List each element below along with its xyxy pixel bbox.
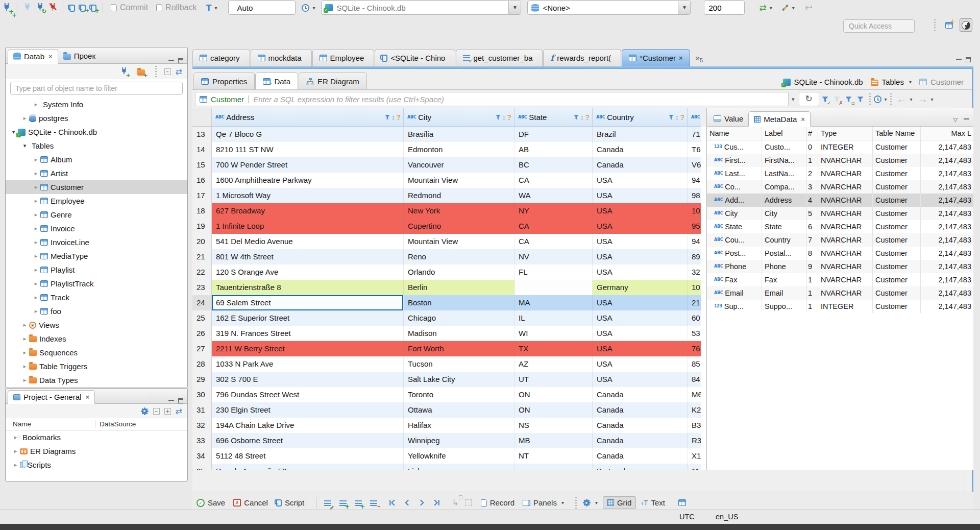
tree-item[interactable]: Album [6, 153, 187, 166]
cell-address[interactable]: 700 W Pender Street [212, 157, 404, 173]
auto-refresh-button[interactable]: ▾ [874, 95, 887, 103]
cell-city[interactable]: Mountain View [404, 173, 514, 188]
metadata-type[interactable]: NVARCHAR [818, 180, 873, 194]
cell-postalcode-clipped[interactable]: 95 [688, 219, 701, 234]
last-row-icon[interactable] [433, 499, 440, 507]
cell-postalcode-clipped[interactable]: 94 [688, 173, 701, 188]
filter-icon[interactable] [385, 115, 390, 120]
close-icon[interactable]: × [48, 53, 53, 60]
nav-forward-button[interactable]: →▾ [918, 93, 934, 105]
tab-project-general[interactable]: Project - General × [8, 390, 95, 404]
text-mode-button[interactable]: ‹TText [641, 498, 665, 507]
metadata-row[interactable]: 123Sup... Suppo... 1 INTEGER Customer 2,… [707, 300, 973, 313]
cell-city[interactable]: Winnipeg [404, 433, 514, 448]
tree-item[interactable]: foo [6, 304, 187, 318]
tree-item[interactable]: Genre [6, 208, 187, 222]
add-row-button[interactable] [339, 498, 347, 507]
transaction-log-button[interactable]: T▾ [206, 3, 217, 13]
metadata-label[interactable]: City [762, 207, 807, 220]
metadata-ordinal[interactable]: 0 [807, 140, 818, 154]
table-view-icon[interactable] [678, 499, 686, 506]
metadata-name[interactable]: ABCCou... [707, 233, 762, 247]
minimize-icon[interactable] [168, 59, 174, 61]
metadata-ordinal[interactable]: 8 [807, 247, 818, 260]
cell-city[interactable]: Boston [404, 295, 514, 310]
connection-selector-combo[interactable]: SQLite - Chinook.db ▼ [321, 1, 521, 15]
column-header-name[interactable]: Name [6, 420, 95, 428]
navigator-filter-input[interactable] [10, 82, 183, 95]
metadata-label[interactable]: Compa... [762, 180, 807, 194]
duplicate-row-button[interactable] [355, 498, 362, 507]
cell-address[interactable]: 5112 48 Street [212, 448, 404, 464]
tree-item[interactable]: Table Triggers [6, 359, 187, 373]
editor-tab[interactable]: *Customer × [622, 49, 690, 66]
column-header-table-name[interactable]: Table Name [873, 127, 921, 140]
cell-state[interactable]: IL [514, 310, 593, 326]
cell-city[interactable]: Reno [404, 249, 514, 264]
minimize-icon[interactable] [168, 399, 174, 401]
row-number[interactable]: 19 [192, 219, 212, 234]
tree-item[interactable]: postgres [6, 111, 187, 125]
metadata-row[interactable]: ABCCity City 5 NVARCHAR Customer 2,147,4… [707, 207, 973, 220]
cell-postalcode-clipped[interactable]: T6 [688, 142, 701, 157]
metadata-ordinal[interactable]: 9 [807, 260, 818, 273]
close-icon[interactable]: × [85, 393, 89, 401]
resource-perspective-button[interactable]: + [945, 20, 953, 30]
previous-row-icon[interactable] [403, 499, 411, 507]
filter-history-dropdown[interactable]: ▾ [792, 96, 795, 103]
cell-postalcode-clipped[interactable]: 71 [688, 127, 701, 142]
cell-state[interactable]: NT [514, 448, 593, 464]
new-connection-button[interactable]: + [120, 67, 128, 77]
cell-city[interactable]: New York [404, 203, 514, 219]
cell-country[interactable]: USA [593, 264, 688, 280]
metadata-type[interactable]: NVARCHAR [818, 247, 873, 260]
row-number[interactable]: 26 [192, 326, 212, 341]
cell-country[interactable]: USA [593, 173, 688, 188]
apply-filter-button[interactable] [822, 94, 828, 104]
breadcrumb-connection[interactable]: SQLite - Chinook.db [794, 78, 863, 86]
fetch-size-input[interactable] [704, 1, 745, 15]
cell-city[interactable]: Cupertino [404, 219, 514, 234]
expand-all-icon[interactable]: + [164, 408, 171, 415]
compare-button[interactable]: ▾ [781, 5, 795, 11]
metadata-table-name[interactable]: Customer [873, 207, 921, 220]
cell-address[interactable]: 1 Infinite Loop [212, 219, 404, 234]
metadata-max-length[interactable]: 2,147,483 [921, 180, 972, 194]
cell-city[interactable]: Redmond [404, 188, 514, 203]
column-header-city[interactable]: ABCCity ↕? [404, 108, 514, 127]
row-number[interactable]: 16 [192, 173, 212, 188]
row-number[interactable]: 18 [192, 203, 212, 219]
cell-state[interactable]: NY [514, 203, 593, 219]
metadata-table-name[interactable]: Customer [873, 233, 921, 247]
gear-icon[interactable] [142, 408, 148, 414]
metadata-table-name[interactable]: Customer [873, 167, 921, 180]
tree-item[interactable]: Customer [6, 180, 187, 194]
metadata-name[interactable]: ABCAdd... [707, 194, 762, 207]
cell-country[interactable]: Canada [593, 157, 688, 173]
cell-city[interactable]: Tucson [404, 356, 514, 372]
commit-button[interactable]: Commit [111, 3, 148, 12]
column-header-address[interactable]: ABCAddress ↕? [212, 108, 404, 127]
cell-state[interactable]: ON [514, 387, 593, 402]
metadata-table-name[interactable]: Customer [873, 300, 921, 313]
project-item[interactable]: Scripts [6, 458, 187, 472]
metadata-name[interactable]: ABCEmail [707, 286, 762, 300]
result-subtab[interactable]: ER Diagram [299, 73, 367, 89]
metadata-max-length[interactable]: 2,147,483 [921, 140, 972, 154]
cell-city[interactable]: Halifax [404, 418, 514, 433]
cell-country[interactable]: USA [593, 310, 688, 326]
expand-arrow-icon[interactable] [21, 322, 29, 328]
column-header-ordinal[interactable]: # [807, 127, 818, 140]
cell-address[interactable]: 120 S Orange Ave [212, 264, 404, 280]
metadata-name[interactable]: ABCFirst... [707, 154, 762, 167]
editor-tab[interactable]: mockdata [251, 49, 312, 66]
cell-state[interactable]: MB [514, 433, 593, 448]
filter-icon[interactable] [574, 115, 579, 120]
schema-selector-combo[interactable]: <None> ▼ [527, 1, 691, 15]
cell-city[interactable]: Toronto [404, 387, 514, 402]
cell-address[interactable]: 302 S 700 E [212, 372, 404, 387]
cell-city[interactable]: Mountain View [404, 234, 514, 249]
cell-city[interactable]: Edmonton [404, 142, 514, 157]
locale-indicator[interactable]: en_US [716, 513, 738, 521]
row-number[interactable]: 17 [192, 188, 212, 203]
